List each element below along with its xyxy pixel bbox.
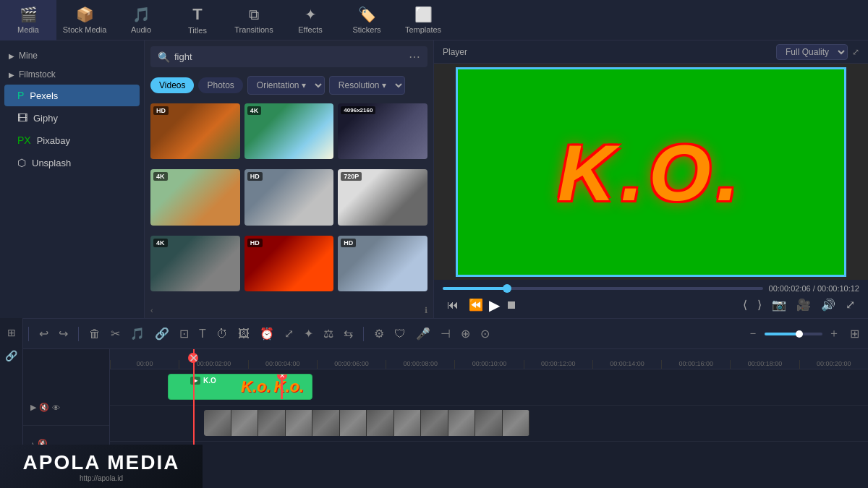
expand-icon[interactable]: ⤢	[852, 47, 859, 57]
filter-videos-button[interactable]: Videos	[150, 77, 194, 93]
mark-out-button[interactable]: ⟩	[753, 296, 766, 314]
link-tracks-button[interactable]: 🔗	[3, 349, 20, 364]
mic-button[interactable]: 🎤	[413, 324, 433, 343]
link-button[interactable]: 🔗	[152, 324, 172, 343]
play-button[interactable]: ▶	[489, 296, 500, 314]
section-filmstock[interactable]: ▶ Filmstock	[0, 65, 144, 84]
toolbar-templates[interactable]: ⬜ Templates	[395, 0, 451, 40]
ruler-mark-10: 00:00:20:00	[799, 360, 868, 369]
fullscreen-button[interactable]: ⤢	[841, 296, 859, 314]
settings-button[interactable]: ⚙	[371, 324, 387, 343]
snap-button[interactable]: ⊕	[458, 324, 473, 343]
sidebar-filmstock-label: Filmstock	[19, 69, 56, 80]
crop-button[interactable]: ⊡	[176, 324, 192, 343]
effects-icon: ✦	[305, 6, 317, 23]
detach-button[interactable]: ⊣	[438, 324, 454, 343]
mute-icon[interactable]: 🔇	[39, 403, 49, 412]
thumb-label-2: 4K	[247, 106, 262, 115]
eq-button[interactable]: ⚖	[320, 324, 336, 343]
resize-button[interactable]: ⤢	[281, 324, 297, 343]
sidebar-item-pixabay[interactable]: PX Pixabay	[4, 129, 140, 151]
ko-overlay: K.o. K.o.	[241, 374, 312, 399]
clip-play-icon: ▶	[190, 377, 200, 385]
video-track-icon: ▶	[30, 403, 36, 412]
video-grid: HD ⬇ 4K ⬇ 4096x2160 ⬇ 4K ⬇ HD ⬇ 720P ⬇	[145, 98, 433, 303]
film-frame-6	[340, 410, 367, 436]
ruler-mark-3: 00:00:06:00	[317, 360, 386, 369]
mark-in-button[interactable]: ⟨	[739, 296, 752, 314]
clip-name: K.O	[203, 377, 216, 385]
toolbar-effects[interactable]: ✦ Effects	[282, 0, 339, 40]
toolbar-media[interactable]: 🎬 Media	[0, 0, 56, 40]
redo-button[interactable]: ↪	[56, 324, 71, 343]
video-track-row: ▶ K.O ✕ K.o. K.o.	[110, 369, 868, 406]
section-mine[interactable]: ▶ Mine	[0, 46, 144, 65]
video-thumb-5[interactable]: HD ⬇	[244, 169, 334, 225]
resolution-select[interactable]: Resolution ▾	[329, 76, 405, 95]
film-strip[interactable]	[204, 410, 529, 436]
collapse-panel-btn[interactable]: ‹	[150, 306, 153, 315]
zoom-fill	[765, 333, 799, 335]
zoom-out-button[interactable]: －	[744, 323, 762, 344]
record-button[interactable]: ⊙	[477, 324, 493, 343]
search-input[interactable]	[174, 51, 404, 62]
video-thumb-7[interactable]: 4K ⬇	[150, 236, 240, 291]
image-button[interactable]: 🖼	[235, 325, 252, 343]
toolbar-titles[interactable]: T Titles	[169, 0, 226, 40]
rewind-button[interactable]: ⏪	[464, 296, 488, 314]
thumb-label-6: 720P	[341, 172, 362, 181]
media-icon: 🎬	[20, 6, 38, 23]
toolbar-stickers[interactable]: 🏷️ Stickers	[339, 0, 395, 40]
fx-button[interactable]: ✦	[301, 324, 316, 343]
video-thumb-3[interactable]: 4096x2160 ⬇	[338, 103, 427, 159]
sidebar-item-unsplash[interactable]: ⬡ Unsplash	[4, 152, 140, 174]
arrow-mine: ▶	[9, 52, 14, 60]
watermark: APOLA MEDIA http://apola.id	[0, 445, 203, 488]
sidebar-item-pexels[interactable]: P Pexels	[4, 85, 140, 106]
speed-button[interactable]: ⏱	[213, 325, 231, 343]
filter-photos-button[interactable]: Photos	[198, 77, 242, 93]
grid-button[interactable]: ⊞	[847, 324, 862, 343]
top-toolbar: 🎬 Media 📦 Stock Media 🎵 Audio T Titles ⧉…	[0, 0, 868, 40]
video-thumb-2[interactable]: 4K ⬇	[244, 103, 334, 159]
audio-button[interactable]: 🎵	[127, 324, 148, 343]
ruler-mark-0: 00:00	[110, 360, 179, 369]
toolbar-stock-media[interactable]: 📦 Stock Media	[56, 0, 113, 40]
volume-button[interactable]: 🔊	[817, 296, 840, 314]
cut-button[interactable]: ✂	[108, 324, 123, 343]
more-options-icon[interactable]: ⋯	[409, 50, 420, 64]
toolbar-templates-label: Templates	[405, 25, 441, 34]
mix-button[interactable]: ⇆	[341, 324, 356, 343]
camera-button[interactable]: 🎥	[792, 296, 815, 314]
video-thumb-6[interactable]: 720P ⬇	[338, 169, 427, 225]
orientation-select[interactable]: Orientation ▾	[247, 76, 325, 95]
toolbar-media-label: Media	[17, 25, 39, 34]
screenshot-button[interactable]: 📷	[767, 296, 791, 314]
preview-container: K.O.	[456, 67, 846, 277]
search-bar: 🔍 ⋯	[150, 46, 427, 67]
video-thumb-4[interactable]: 4K ⬇	[150, 169, 240, 225]
zoom-track[interactable]	[765, 333, 822, 335]
playhead-circle[interactable]: ✕	[188, 353, 198, 363]
sidebar-item-giphy[interactable]: 🎞 Giphy	[4, 107, 140, 129]
shield-button[interactable]: 🛡	[391, 325, 409, 343]
delete-button[interactable]: 🗑	[86, 325, 103, 343]
video-thumb-9[interactable]: HD ⬇	[338, 236, 427, 291]
film-frame-5	[312, 410, 340, 436]
step-back-button[interactable]: ⏮	[443, 296, 463, 314]
zoom-in-button[interactable]: ＋	[825, 323, 843, 344]
stop-button[interactable]: ⏹	[501, 296, 522, 314]
quality-select[interactable]: Full Quality	[776, 44, 848, 60]
progress-track[interactable]	[443, 287, 763, 290]
track-label-video1: ▶ 🔇 👁	[23, 390, 109, 426]
eye-icon[interactable]: 👁	[52, 403, 60, 412]
playback-controls: ⏮ ⏪ ▶ ⏹	[443, 296, 522, 314]
video-clip-ko[interactable]: ▶ K.O ✕ K.o. K.o.	[168, 374, 312, 400]
toolbar-audio[interactable]: 🎵 Audio	[113, 0, 169, 40]
video-thumb-8[interactable]: HD ⬇	[244, 236, 334, 291]
timer-button[interactable]: ⏰	[257, 324, 277, 343]
toolbar-transitions[interactable]: ⧉ Transitions	[226, 0, 282, 40]
video-thumb-1[interactable]: HD ⬇	[150, 103, 240, 159]
text-button[interactable]: T	[196, 325, 209, 343]
undo-button[interactable]: ↩	[36, 324, 51, 343]
